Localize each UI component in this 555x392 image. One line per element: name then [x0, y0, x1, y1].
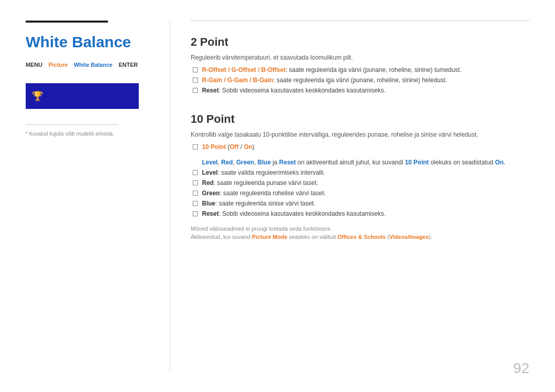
- screen-icon: 🏆: [32, 90, 43, 102]
- page-number: 92: [513, 360, 529, 377]
- green-text: Green: saate reguleerida rohelise värvi …: [202, 190, 326, 197]
- bullet-checkbox: [193, 180, 198, 185]
- list-item: R-Gain / G-Gain / B-Gain: saate reguleer…: [191, 77, 529, 84]
- on-label: On: [244, 143, 252, 151]
- section1-bullet-list: R-Offset / G-Offset / B-Offset: saate re…: [191, 66, 529, 94]
- italic-note1: Mõned välisseadmed ei pruugi toetada sed…: [191, 226, 529, 232]
- on-ref: On: [495, 159, 504, 166]
- offices-ref: Offices & Schools: [338, 234, 386, 240]
- bullet2-text: R-Gain / G-Gain / B-Gain: saate reguleer…: [202, 77, 447, 84]
- red-text: Red: saate reguleerida punase värvi tase…: [202, 179, 318, 186]
- list-item: Reset: Sobib videoseina kasutavates kesk…: [191, 87, 529, 94]
- 10point-label: 10 Point: [202, 143, 226, 151]
- green-key: Green: [202, 190, 220, 197]
- 10point-ref: 10 Point: [405, 159, 429, 166]
- bullet3-key: Reset: [202, 87, 219, 94]
- reset-key: Reset: [202, 210, 219, 217]
- bullet1-text: 10 Point (Off / On): [202, 143, 254, 151]
- list-item: Red: saate reguleerida punase värvi tase…: [191, 179, 529, 186]
- section2-sub-bullet-list: Level: saate valida reguleerimiseks inte…: [191, 169, 529, 217]
- breadcrumb-white-balance: White Balance: [74, 62, 113, 68]
- breadcrumb: MENU Picture White Balance ENTER: [26, 62, 149, 68]
- page-title: White Balance: [26, 33, 149, 51]
- highlight-line: Level, Red, Green, Blue ja Reset on akti…: [191, 159, 529, 166]
- green-label: Green: [236, 159, 254, 166]
- level-label: Level: [202, 159, 218, 166]
- bullet1-text: R-Offset / G-Offset / B-Offset: saate re…: [202, 66, 461, 73]
- blue-label: Blue: [257, 159, 271, 166]
- section2-title: 10 Point: [191, 113, 529, 126]
- top-bar-left-accent: [26, 21, 108, 23]
- screen-preview: 🏆: [26, 83, 139, 109]
- breadcrumb-menu: MENU: [26, 62, 42, 68]
- bullet1-key: R-Offset / G-Offset / B-Offset: [202, 66, 286, 73]
- red-key: Red: [202, 179, 214, 186]
- bullet2-key: R-Gain / G-Gain / B-Gain: [202, 77, 273, 84]
- bullet-checkbox: [193, 191, 198, 196]
- bullet-checkbox: [193, 170, 198, 175]
- bullet-checkbox: [193, 144, 198, 150]
- bullet-checkbox: [193, 78, 198, 83]
- section1-intro: Reguleerib värvitemperatuuri, et saavuta…: [191, 54, 529, 61]
- right-panel: 2 Point Reguleerib värvitemperatuuri, et…: [170, 21, 529, 371]
- section1-title: 2 Point: [191, 35, 529, 49]
- bullet-checkbox: [193, 201, 198, 206]
- list-item: Level: saate valida reguleerimiseks inte…: [191, 169, 529, 176]
- list-item: R-Offset / G-Offset / B-Offset: saate re…: [191, 66, 529, 73]
- section-divider: [191, 102, 529, 113]
- reset-text: Reset: Sobib videoseina kasutavates kesk…: [202, 210, 386, 217]
- left-divider: [26, 124, 118, 125]
- breadcrumb-picture: Picture: [48, 62, 67, 68]
- videos-ref: Videos/Images: [389, 234, 429, 240]
- list-item: 10 Point (Off / On): [191, 143, 529, 151]
- breadcrumb-enter: ENTER: [119, 62, 138, 68]
- blue-text: Blue: saate reguleerida sinise värvi tas…: [202, 200, 316, 207]
- bullet-checkbox: [193, 67, 198, 72]
- red-label: Red: [221, 159, 233, 166]
- section2-intro: Kontrollib valge tasakaalu 10-punktilise…: [191, 131, 529, 138]
- off-label: Off: [230, 143, 238, 151]
- blue-key: Blue: [202, 200, 215, 207]
- level-key: Level: [202, 169, 218, 176]
- bullet-checkbox: [193, 88, 198, 93]
- top-bar-right: [191, 21, 529, 21]
- list-item: Green: saate reguleerida rohelise värvi …: [191, 190, 529, 197]
- bullet3-text: Reset: Sobib videoseina kasutavates kesk…: [202, 87, 386, 94]
- picture-mode-ref: Picture Mode: [252, 234, 287, 240]
- level-text: Level: saate valida reguleerimiseks inte…: [202, 169, 325, 176]
- italic-note2: Aktiveeritud, kui suvand Picture Mode se…: [191, 234, 529, 240]
- bullet-checkbox: [193, 211, 198, 216]
- left-panel: White Balance MENU Picture White Balance…: [26, 21, 170, 371]
- list-item: Blue: saate reguleerida sinise värvi tas…: [191, 200, 529, 207]
- note-text: * Kuvatud kujutis võib mudeliti erineda.: [26, 131, 149, 137]
- reset-label-blue: Reset: [279, 159, 296, 166]
- list-item: Reset: Sobib videoseina kasutavates kesk…: [191, 210, 529, 217]
- section2-bullet-list: 10 Point (Off / On): [191, 143, 529, 151]
